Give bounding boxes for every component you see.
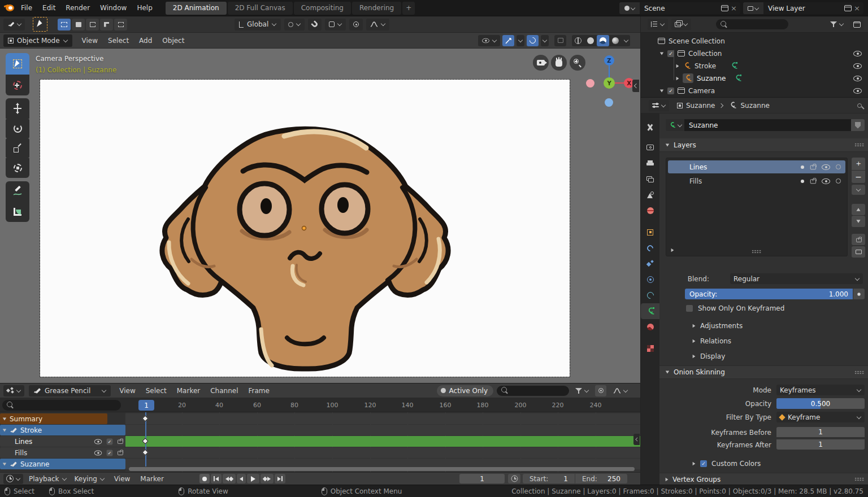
tool-move[interactable] xyxy=(6,98,29,119)
tab-render[interactable] xyxy=(641,139,659,155)
channel-visibility-icon[interactable] xyxy=(94,450,102,455)
onion-skin-icon[interactable] xyxy=(836,178,841,184)
keying-menu[interactable]: Keying xyxy=(75,475,105,483)
outliner-search[interactable] xyxy=(716,19,788,29)
gp-data-browse-button[interactable] xyxy=(666,119,684,131)
channel-enable-checkbox[interactable] xyxy=(107,438,113,444)
jump-start-button[interactable] xyxy=(211,474,222,483)
menu-file[interactable]: File xyxy=(16,4,37,12)
layers-panel-header[interactable]: Layers xyxy=(659,138,868,152)
menu-help[interactable]: Help xyxy=(132,4,157,12)
gizmo-z-axis[interactable]: Z xyxy=(604,55,614,66)
expand-icon[interactable] xyxy=(660,52,663,55)
outliner-filter-dropdown[interactable] xyxy=(827,19,847,30)
outliner-row-stroke[interactable]: Stroke xyxy=(641,60,868,72)
tool-cursor[interactable] xyxy=(6,75,29,95)
shading-solid-button[interactable] xyxy=(584,35,597,46)
tab-object-data[interactable] xyxy=(641,303,659,319)
tool-measure[interactable] xyxy=(6,202,29,222)
expand-icon[interactable] xyxy=(3,463,6,465)
remove-layer-button[interactable]: − xyxy=(852,171,865,183)
gp-data-name-field[interactable]: Suzanne xyxy=(684,119,851,131)
vertex-groups-panel-header[interactable]: Vertex Groups xyxy=(659,473,868,485)
show-overlays-toggle[interactable] xyxy=(527,35,539,46)
select-mode-invert[interactable] xyxy=(100,19,113,30)
list-filter-expand-icon[interactable] xyxy=(671,249,674,252)
play-button[interactable] xyxy=(247,474,259,483)
new-scene-icon[interactable] xyxy=(721,5,728,11)
tab-output[interactable] xyxy=(641,155,659,171)
overlays-dropdown[interactable] xyxy=(541,35,549,46)
pan-view-button[interactable] xyxy=(551,55,567,71)
dopesheet-search[interactable] xyxy=(497,386,569,396)
filter-by-type-dropdown[interactable]: Keyframe xyxy=(776,412,865,422)
adjustments-panel[interactable]: Adjustments xyxy=(692,322,743,330)
tool-transform[interactable] xyxy=(6,158,29,178)
outliner-row-suzanne[interactable]: Suzanne xyxy=(641,72,868,84)
pivot-point-dropdown[interactable] xyxy=(284,19,305,30)
expand-icon[interactable] xyxy=(3,417,6,420)
menu-edit[interactable]: Edit xyxy=(37,4,60,12)
preview-range-toggle[interactable] xyxy=(508,474,520,483)
dopesheet-editor-type-dropdown[interactable] xyxy=(3,385,24,396)
proportional-falloff-dropdown[interactable] xyxy=(366,19,389,30)
tab-texture[interactable] xyxy=(641,341,659,356)
onion-opacity-slider[interactable]: 0.500 xyxy=(776,398,865,409)
tool-context-dropdown[interactable] xyxy=(3,19,25,30)
select-mode-intersect[interactable] xyxy=(114,19,127,30)
gizmo-y-axis[interactable]: Y xyxy=(604,77,615,89)
current-frame-indicator[interactable]: 1 xyxy=(138,400,154,411)
channel-suzanne[interactable]: Suzanne xyxy=(0,459,125,469)
tab-2d-full-canvas[interactable]: 2D Full Canvas xyxy=(228,2,293,15)
channel-visibility-icon[interactable] xyxy=(94,439,102,444)
channel-fills[interactable]: Fills xyxy=(0,447,125,458)
channel-summary[interactable]: Summary xyxy=(0,413,107,424)
start-frame-field[interactable]: Start:1 xyxy=(523,474,575,483)
record-button[interactable] xyxy=(199,474,210,483)
snap-settings-dropdown[interactable] xyxy=(325,19,346,30)
menu-window[interactable]: Window xyxy=(95,4,132,12)
dopesheet-filter-dropdown[interactable] xyxy=(572,385,592,396)
tab-object[interactable] xyxy=(641,224,659,240)
layer-specials-dropdown[interactable] xyxy=(852,185,865,195)
tab-scene[interactable] xyxy=(641,187,659,203)
timeline-menu-view[interactable]: View xyxy=(109,475,135,483)
sidebar-collapse-arrow[interactable] xyxy=(632,80,639,92)
expand-icon[interactable] xyxy=(676,64,679,67)
tool-select-box[interactable] xyxy=(6,53,29,75)
lock-layer-icon[interactable] xyxy=(810,164,815,170)
timeline-menu-marker[interactable]: Marker xyxy=(135,475,168,483)
opacity-keyframe-button[interactable] xyxy=(853,289,865,299)
tab-material[interactable] xyxy=(641,319,659,335)
hide-eye-icon[interactable] xyxy=(853,88,862,94)
prev-frame-button[interactable] xyxy=(237,474,246,483)
menu-render[interactable]: Render xyxy=(60,4,95,12)
dopesheet-body[interactable]: Summary Stroke Lines Fills xyxy=(0,412,640,473)
playback-menu[interactable]: Playback xyxy=(29,475,67,483)
end-frame-field[interactable]: End:250 xyxy=(575,474,627,483)
keyframes-before-field[interactable]: 1 xyxy=(776,427,865,437)
add-layer-button[interactable]: ＋ xyxy=(852,158,865,170)
outliner-display-mode-dropdown[interactable] xyxy=(648,19,668,30)
lock-all-button[interactable] xyxy=(852,234,865,245)
channel-color-icon[interactable] xyxy=(801,165,804,169)
viewport[interactable]: Camera Perspective (1) Collection | Suza… xyxy=(0,49,640,383)
mode-dropdown[interactable]: Object Mode xyxy=(3,34,72,47)
navigation-gizmo[interactable]: Z Y X xyxy=(582,51,639,108)
fake-user-toggle[interactable] xyxy=(851,119,865,131)
select-mode-new[interactable] xyxy=(58,19,71,30)
channel-lock-icon[interactable] xyxy=(118,450,123,455)
dopesheet-hscrollbar[interactable] xyxy=(129,467,635,471)
gizmo-x-neg[interactable] xyxy=(586,79,594,88)
layer-opacity-slider[interactable]: Opacity: 1.000 xyxy=(685,289,853,299)
channel-lines[interactable]: Lines xyxy=(0,436,125,447)
tool-annotate[interactable] xyxy=(6,181,29,202)
dopesheet-sidebar-arrow[interactable] xyxy=(633,434,640,445)
onion-skin-icon[interactable] xyxy=(836,164,841,169)
tab-2d-animation[interactable]: 2D Animation xyxy=(166,2,227,15)
shading-material-button[interactable] xyxy=(597,35,609,46)
scene-name[interactable]: Scene xyxy=(640,5,721,12)
current-frame-field[interactable]: 1 xyxy=(459,474,505,483)
falloff-dropdown[interactable] xyxy=(610,385,631,396)
tab-tool[interactable] xyxy=(641,119,659,135)
